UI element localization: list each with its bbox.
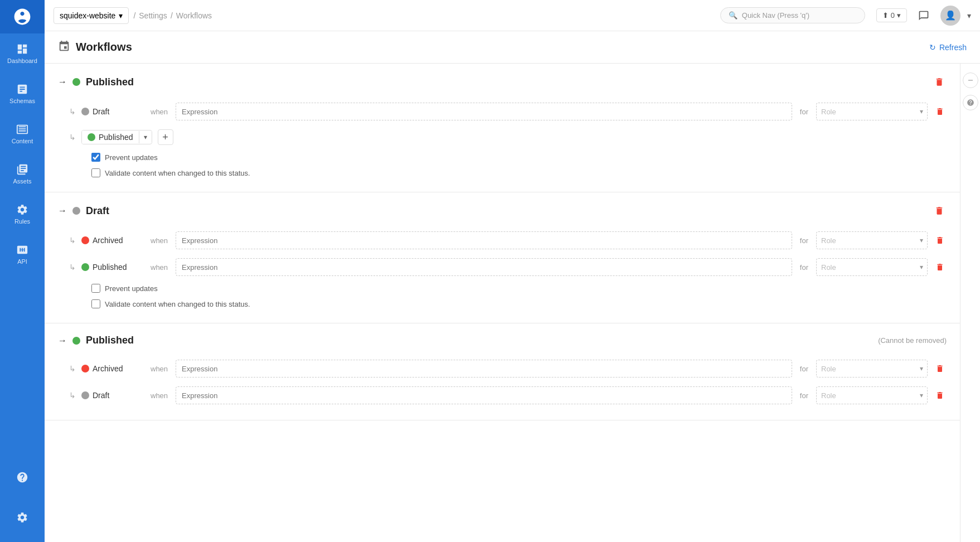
help-circle-icon[interactable] bbox=[963, 95, 978, 110]
status-dot-green-3 bbox=[72, 337, 80, 345]
delete-transition-4-button[interactable] bbox=[933, 260, 947, 274]
main-area: squidex-website ▾ / Settings / Workflows… bbox=[45, 0, 980, 542]
transition-target-5: Archived bbox=[81, 364, 143, 373]
role-select-1[interactable]: Role bbox=[816, 103, 928, 120]
sidebar-item-help[interactable] bbox=[0, 457, 45, 497]
sidebar-item-label: Rules bbox=[14, 218, 30, 225]
sidebar-item-label: Assets bbox=[13, 178, 31, 185]
expression-input-6[interactable] bbox=[176, 386, 792, 404]
prevent-updates-label-2: Prevent updates bbox=[105, 284, 158, 293]
transition-name-1: Draft bbox=[93, 107, 109, 116]
breadcrumb-workflows[interactable]: Workflows bbox=[176, 11, 212, 20]
expression-input-1[interactable] bbox=[176, 103, 792, 120]
checkbox-row-prevent-1: Prevent updates bbox=[91, 149, 947, 165]
app-selector[interactable]: squidex-website ▾ bbox=[54, 7, 129, 24]
refresh-button[interactable]: ↻ Refresh bbox=[929, 43, 967, 52]
transition-row-draft-3: ↳ Draft when for Role bbox=[69, 382, 947, 409]
prevent-updates-checkbox-2[interactable] bbox=[91, 284, 100, 293]
chevron-down-icon2: ▾ bbox=[897, 11, 901, 20]
status-dot-red-t5 bbox=[81, 365, 89, 372]
when-label-4: when bbox=[151, 263, 168, 272]
sidebar-item-settings[interactable] bbox=[0, 497, 45, 538]
role-select-5[interactable]: Role bbox=[816, 360, 928, 378]
user-avatar[interactable]: 👤 bbox=[940, 6, 960, 26]
when-label-5: when bbox=[151, 365, 168, 373]
status-dot-red-t3 bbox=[81, 236, 89, 244]
sidebar-item-content[interactable]: Content bbox=[0, 114, 45, 154]
messages-icon bbox=[918, 10, 929, 21]
workflow-section-draft: → Draft ↳ Archived when for bbox=[45, 192, 960, 323]
checkbox-row-prevent-2: Prevent updates bbox=[91, 280, 947, 296]
content-icon bbox=[16, 123, 28, 136]
sidebar: Dashboard Schemas Content Assets Rules A… bbox=[0, 0, 45, 542]
prevent-updates-checkbox-1[interactable] bbox=[91, 153, 100, 162]
add-transition-button-1[interactable]: + bbox=[158, 129, 173, 145]
transition-row-published-1: ↳ Published ▾ + bbox=[69, 125, 947, 149]
app-logo[interactable] bbox=[0, 0, 45, 33]
transition-target-3: Archived bbox=[81, 236, 143, 245]
delete-section-1-button[interactable] bbox=[932, 75, 947, 89]
rules-icon bbox=[16, 204, 28, 216]
breadcrumb: / Settings / Workflows bbox=[133, 11, 212, 20]
logo-icon bbox=[12, 7, 32, 27]
sidebar-item-api[interactable]: API bbox=[0, 234, 45, 274]
for-label-4: for bbox=[800, 263, 808, 272]
section-status-name-1: Published bbox=[86, 76, 134, 88]
sub-arrow-6: ↳ bbox=[69, 391, 76, 400]
chevron-down-icon3[interactable]: ▾ bbox=[967, 11, 971, 20]
minimize-icon[interactable] bbox=[963, 72, 978, 88]
delete-transition-1-button[interactable] bbox=[933, 105, 947, 118]
transition-target-6: Draft bbox=[81, 391, 143, 400]
delete-section-2-button[interactable] bbox=[932, 204, 947, 218]
sub-arrow-4: ↳ bbox=[69, 263, 76, 272]
workflow-icon-svg bbox=[58, 40, 70, 52]
transition-row-archived-3: ↳ Archived when for Role bbox=[69, 355, 947, 382]
validate-checkbox-2[interactable] bbox=[91, 299, 100, 308]
delete-transition-3-button[interactable] bbox=[933, 234, 947, 247]
page-title-group: Workflows bbox=[58, 40, 132, 54]
sidebar-item-dashboard[interactable]: Dashboard bbox=[0, 33, 45, 74]
transition-name-3: Archived bbox=[93, 236, 123, 245]
search-box[interactable]: 🔍 Quick Nav (Press 'q') bbox=[720, 7, 865, 23]
upload-button[interactable]: ⬆ 0 ▾ bbox=[876, 8, 907, 22]
delete-icon-t4 bbox=[935, 263, 944, 272]
workflows-icon bbox=[58, 40, 70, 54]
sidebar-item-label: Schemas bbox=[9, 98, 35, 104]
sub-arrow-2: ↳ bbox=[69, 133, 76, 142]
sidebar-item-schemas[interactable]: Schemas bbox=[0, 74, 45, 114]
delete-icon-2 bbox=[934, 206, 944, 216]
workflow-section-published2: → Published (Cannot be removed) ↳ Archiv… bbox=[45, 323, 960, 420]
sub-arrow-5: ↳ bbox=[69, 364, 76, 373]
workflows-container: → Published ↳ Draft when for bbox=[45, 64, 980, 542]
sidebar-item-label: Content bbox=[12, 138, 33, 144]
transition-target-4: Published bbox=[81, 263, 143, 272]
role-select-3[interactable]: Role bbox=[816, 231, 928, 249]
messages-button[interactable] bbox=[914, 6, 934, 26]
sidebar-item-assets[interactable]: Assets bbox=[0, 154, 45, 194]
bottom-spacer bbox=[45, 420, 960, 443]
search-placeholder: Quick Nav (Press 'q') bbox=[742, 11, 809, 20]
sidebar-item-rules[interactable]: Rules bbox=[0, 194, 45, 234]
role-select-6[interactable]: Role bbox=[816, 386, 928, 404]
when-label-1: when bbox=[151, 108, 168, 116]
status-selector-arrow-1[interactable]: ▾ bbox=[139, 131, 152, 143]
checkbox-row-validate-2: Validate content when changed to this st… bbox=[91, 296, 947, 312]
expression-input-4[interactable] bbox=[176, 258, 792, 276]
delete-transition-5-button[interactable] bbox=[933, 362, 947, 375]
avatar-icon: 👤 bbox=[945, 10, 956, 21]
validate-checkbox-1[interactable] bbox=[91, 168, 100, 177]
delete-transition-6-button[interactable] bbox=[933, 389, 947, 402]
transition-row-archived-2: ↳ Archived when for Role bbox=[69, 227, 947, 254]
validate-label-1: Validate content when changed to this st… bbox=[105, 169, 250, 177]
right-panel bbox=[960, 64, 980, 542]
expression-input-5[interactable] bbox=[176, 360, 792, 378]
expression-input-3[interactable] bbox=[176, 231, 792, 249]
delete-icon-t5 bbox=[935, 364, 944, 373]
checkbox-row-validate-1: Validate content when changed to this st… bbox=[91, 165, 947, 181]
breadcrumb-settings[interactable]: Settings bbox=[139, 11, 167, 20]
topbar: squidex-website ▾ / Settings / Workflows… bbox=[45, 0, 980, 31]
delete-icon-t3 bbox=[935, 236, 944, 245]
status-selector-main-1[interactable]: Published bbox=[82, 130, 139, 144]
status-selector-label-1: Published bbox=[99, 133, 133, 142]
role-select-4[interactable]: Role bbox=[816, 258, 928, 276]
